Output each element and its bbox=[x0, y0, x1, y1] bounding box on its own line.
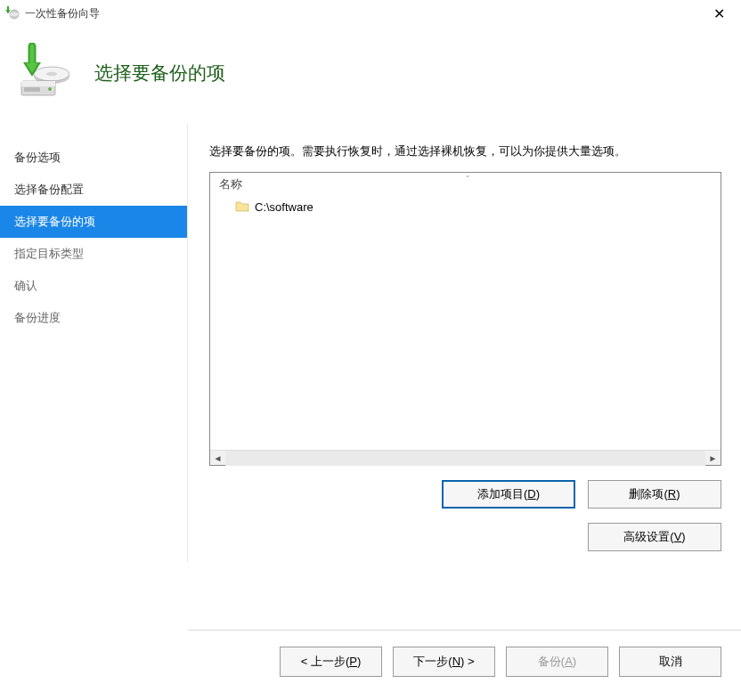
scroll-right-arrow-icon[interactable]: ► bbox=[705, 451, 721, 466]
titlebar: 一次性备份向导 ✕ bbox=[0, 0, 741, 27]
next-button[interactable]: 下一步(N) > bbox=[393, 647, 495, 677]
advanced-settings-label: 高级设置(V) bbox=[623, 529, 685, 545]
svg-point-8 bbox=[48, 87, 52, 91]
next-label: 下一步(N) > bbox=[413, 654, 474, 670]
scroll-track[interactable] bbox=[225, 451, 705, 466]
svg-point-4 bbox=[46, 72, 57, 77]
column-header-label: 名称 bbox=[219, 177, 242, 191]
previous-label: < 上一步(P) bbox=[301, 654, 362, 670]
remove-item-button[interactable]: 删除项(R) bbox=[588, 480, 721, 509]
horizontal-scrollbar[interactable]: ◄ ► bbox=[210, 450, 721, 465]
folder-icon bbox=[235, 199, 249, 215]
add-item-button[interactable]: 添加项目(D) bbox=[442, 480, 575, 509]
instruction-text: 选择要备份的项。需要执行恢复时，通过选择裸机恢复，可以为你提供大量选项。 bbox=[209, 143, 721, 159]
svg-rect-7 bbox=[24, 87, 40, 92]
wizard-header-icon bbox=[16, 43, 73, 102]
wizard-steps-sidebar: 备份选项 选择备份配置 选择要备份的项 指定目标类型 确认 备份进度 bbox=[0, 124, 188, 562]
sort-indicator-icon: ˄ bbox=[466, 175, 469, 183]
cancel-label: 取消 bbox=[659, 654, 682, 670]
wizard-footer: < 上一步(P) 下一步(N) > 备份(A) 取消 bbox=[188, 630, 741, 693]
step-target-type[interactable]: 指定目标类型 bbox=[0, 238, 187, 270]
wizard-page-title: 选择要备份的项 bbox=[94, 61, 225, 85]
step-progress[interactable]: 备份进度 bbox=[0, 302, 187, 334]
close-button[interactable]: ✕ bbox=[708, 5, 730, 22]
svg-rect-6 bbox=[21, 81, 55, 86]
step-backup-options[interactable]: 备份选项 bbox=[0, 142, 187, 174]
backup-label: 备份(A) bbox=[538, 654, 576, 670]
step-select-config[interactable]: 选择备份配置 bbox=[0, 174, 187, 206]
wizard-header: 选择要备份的项 bbox=[0, 27, 741, 124]
window-title: 一次性备份向导 bbox=[25, 6, 100, 21]
step-confirm[interactable]: 确认 bbox=[0, 270, 187, 302]
step-select-items[interactable]: 选择要备份的项 bbox=[0, 206, 187, 238]
list-item[interactable]: C:\software bbox=[210, 198, 721, 216]
items-listbox[interactable]: 名称 ˄ C:\software ◄ ► bbox=[209, 172, 721, 466]
previous-button[interactable]: < 上一步(P) bbox=[280, 647, 382, 677]
remove-item-label: 删除项(R) bbox=[629, 486, 680, 502]
list-item-path: C:\software bbox=[255, 200, 314, 214]
add-item-label: 添加项目(D) bbox=[477, 486, 540, 502]
column-header-name[interactable]: 名称 ˄ bbox=[210, 173, 721, 196]
app-icon bbox=[5, 5, 20, 22]
advanced-settings-button[interactable]: 高级设置(V) bbox=[588, 523, 721, 551]
cancel-button[interactable]: 取消 bbox=[619, 647, 721, 677]
svg-point-1 bbox=[10, 12, 19, 16]
listbox-body[interactable]: C:\software bbox=[210, 196, 721, 450]
backup-button: 备份(A) bbox=[506, 647, 608, 677]
scroll-left-arrow-icon[interactable]: ◄ bbox=[210, 451, 225, 466]
